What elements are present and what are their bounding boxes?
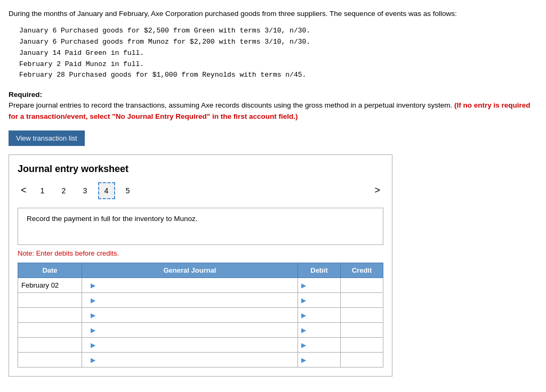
worksheet-title: Journal entry worksheet [18,164,383,175]
general-input-6[interactable] [98,356,281,364]
credit-input-4[interactable] [344,326,376,334]
arrow-icon-6: ▶ [91,356,95,364]
table-row: ▶ ▶ [18,307,383,322]
tab-5[interactable]: 5 [119,182,136,199]
arrow-icon-1: ▶ [91,282,95,289]
arrow-debit-icon-4: ▶ [301,326,306,334]
required-body: Required: Prepare journal entries to rec… [9,89,537,122]
required-section: Required: Prepare journal entries to rec… [9,89,537,122]
cell-date-5 [18,337,82,352]
cell-credit-4[interactable] [341,322,383,337]
nav-next-arrow[interactable]: > [371,184,383,197]
note-text: Note: Enter debits before credits. [18,249,383,257]
transaction-item-4: February 2 Paid Munoz in full. [19,59,537,70]
instruction-box: Record the payment in full for the inven… [18,208,383,245]
cell-date-6 [18,352,82,367]
general-input-2[interactable] [98,296,281,304]
arrow-debit-icon-5: ▶ [301,341,306,349]
general-input-4[interactable] [98,326,281,334]
cell-credit-3[interactable] [341,307,383,322]
cell-general-1[interactable]: ▶ [82,277,298,292]
view-transaction-button[interactable]: View transaction list [9,130,85,146]
table-row: ▶ ▶ [18,322,383,337]
required-text: Prepare journal entries to record the tr… [9,101,452,109]
debit-input-3[interactable] [308,311,337,319]
arrow-icon-2: ▶ [91,297,95,304]
debit-input-2[interactable] [308,296,337,304]
transaction-item-3: January 14 Paid Green in full. [19,48,537,59]
table-row: February 02 ▶ ▶ [18,277,383,292]
cell-date-4 [18,322,82,337]
table-row: ▶ ▶ [18,292,383,307]
header-date: Date [18,263,82,277]
transaction-item-2: January 6 Purchased goods from Munoz for… [19,37,537,48]
transaction-list: January 6 Purchased goods for $2,500 fro… [19,26,537,81]
worksheet-container: Journal entry worksheet < 1 2 3 4 5 > Re… [9,154,392,377]
cell-credit-6[interactable] [341,352,383,367]
arrow-icon-5: ▶ [91,341,95,349]
header-debit: Debit [298,263,341,277]
tab-2[interactable]: 2 [55,182,73,199]
cell-debit-6[interactable]: ▶ [298,352,341,367]
tab-1[interactable]: 1 [34,182,51,199]
required-label: Required: [9,91,42,99]
arrow-icon-4: ▶ [91,326,95,334]
intro-paragraph: During the months of January and Februar… [9,9,537,19]
credit-input-6[interactable] [344,356,376,364]
arrow-icon-3: ▶ [91,312,95,319]
transaction-item-1: January 6 Purchased goods for $2,500 fro… [19,26,537,37]
cell-credit-5[interactable] [341,337,383,352]
nav-prev-arrow[interactable]: < [18,184,30,197]
cell-debit-3[interactable]: ▶ [298,307,341,322]
header-credit: Credit [341,263,383,277]
cell-general-3[interactable]: ▶ [82,307,298,322]
cell-general-4[interactable]: ▶ [82,322,298,337]
arrow-debit-icon-2: ▶ [301,297,306,304]
journal-table: Date General Journal Debit Credit Februa… [18,263,383,368]
general-input-1[interactable] [98,281,281,289]
general-input-3[interactable] [98,311,281,319]
header-general-journal: General Journal [82,263,298,277]
cell-credit-1[interactable] [341,277,383,292]
instruction-text: Record the payment in full for the inven… [27,215,197,223]
arrow-debit-icon-3: ▶ [301,312,306,319]
tab-3[interactable]: 3 [77,182,94,199]
cell-debit-5[interactable]: ▶ [298,337,341,352]
cell-credit-2[interactable] [341,292,383,307]
credit-input-2[interactable] [344,296,376,304]
cell-date-3 [18,307,82,322]
cell-general-2[interactable]: ▶ [82,292,298,307]
table-row: ▶ ▶ [18,337,383,352]
credit-input-1[interactable] [344,281,376,289]
cell-general-6[interactable]: ▶ [82,352,298,367]
debit-input-6[interactable] [308,356,337,364]
general-input-5[interactable] [98,341,281,349]
cell-general-5[interactable]: ▶ [82,337,298,352]
cell-debit-1[interactable]: ▶ [298,277,341,292]
arrow-debit-icon-1: ▶ [301,282,306,289]
transaction-item-5: February 28 Purchased goods for $1,000 f… [19,70,537,81]
tab-navigation: < 1 2 3 4 5 > [18,182,383,199]
cell-date-1: February 02 [18,277,82,292]
cell-date-2 [18,292,82,307]
debit-input-5[interactable] [308,341,337,349]
arrow-debit-icon-6: ▶ [301,356,306,364]
credit-input-5[interactable] [344,341,376,349]
cell-debit-2[interactable]: ▶ [298,292,341,307]
debit-input-1[interactable] [308,281,337,289]
cell-debit-4[interactable]: ▶ [298,322,341,337]
debit-input-4[interactable] [308,326,337,334]
table-row: ▶ ▶ [18,352,383,367]
tab-4[interactable]: 4 [98,182,115,199]
credit-input-3[interactable] [344,311,376,319]
